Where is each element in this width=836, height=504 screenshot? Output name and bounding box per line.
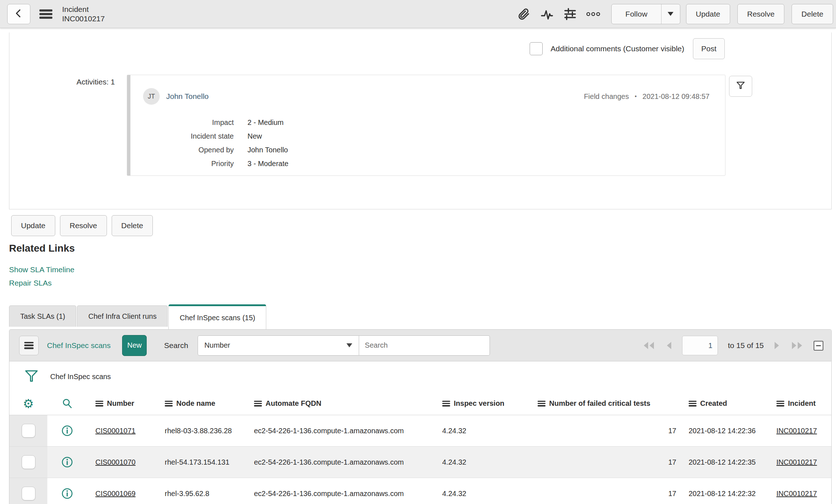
tab-task-slas[interactable]: Task SLAs (1) <box>9 305 76 327</box>
resolve-button[interactable]: Resolve <box>737 4 784 24</box>
created-cell: 2021-08-12 14:22:35 <box>679 447 769 478</box>
record-preview-button[interactable] <box>61 488 73 499</box>
inspec-version-cell: 4.24.32 <box>437 447 531 478</box>
header-bar: Incident INC0010217 <box>0 0 836 28</box>
incident-link[interactable]: INC0010217 <box>776 427 817 435</box>
personalize-form-icon[interactable] <box>563 7 577 21</box>
row-checkbox[interactable] <box>22 455 35 469</box>
more-options-icon[interactable] <box>586 7 600 21</box>
scan-number-link[interactable]: CIS0001070 <box>95 458 135 466</box>
resolve-button-bottom[interactable]: Resolve <box>60 215 107 236</box>
next-page-button[interactable] <box>774 341 780 350</box>
field-value: 3 - Moderate <box>247 157 288 170</box>
incident-link[interactable]: INC0010217 <box>776 490 817 498</box>
inspec-version-cell: 4.24.32 <box>437 415 531 446</box>
collapse-list-button[interactable] <box>814 341 823 351</box>
column-header-number[interactable]: Number <box>87 392 158 415</box>
activity-user-name[interactable]: John Tonello <box>166 92 209 101</box>
automate-fqdn-cell: ec2-54-226-1-136.compute-1.amazonaws.com <box>250 415 437 446</box>
first-page-button[interactable] <box>642 341 655 350</box>
header-record-actions: Update Resolve Delete <box>686 4 833 24</box>
pagination-range-label: to 15 of 15 <box>728 341 764 350</box>
column-header-failed-critical-tests[interactable]: Number of failed critical tests <box>531 392 679 415</box>
column-header-inspec-version[interactable]: Inspec version <box>437 392 531 415</box>
activity-type-label: Field changes <box>584 92 629 101</box>
breadcrumb: Chef InSpec scans <box>50 373 111 381</box>
chef-inspec-scans-list: Chef InSpec scans New Search Number to 1… <box>9 329 832 504</box>
record-preview-button[interactable] <box>61 425 73 436</box>
follow-button[interactable]: Follow <box>612 4 661 24</box>
back-chevron-icon <box>14 8 24 20</box>
previous-page-button[interactable] <box>665 341 672 350</box>
field-value: New <box>247 129 262 143</box>
new-record-button[interactable]: New <box>122 335 147 356</box>
column-header-label: Number <box>107 399 134 408</box>
scan-number-link[interactable]: CIS0001069 <box>95 490 135 498</box>
row-select-cell <box>9 415 47 446</box>
page-number-input[interactable] <box>682 336 718 355</box>
tab-chef-inspec-scans[interactable]: Chef InSpec scans (15) <box>168 304 266 329</box>
table-row: CIS0001069 rhel-3.95.62.8 ec2-54-226-1-1… <box>9 478 831 504</box>
customer-visible-checkbox[interactable] <box>530 42 543 55</box>
form-section: Additional comments (Customer visible) P… <box>9 32 832 209</box>
previous-page-icon <box>665 341 672 350</box>
activity-stream-icon[interactable] <box>540 7 554 21</box>
personalize-columns-button[interactable]: ⚙ <box>9 392 47 415</box>
field-label: Incident state <box>127 129 234 143</box>
column-header-label: Automate FQDN <box>266 399 321 408</box>
field-label: Opened by <box>127 143 234 157</box>
last-page-icon <box>790 341 803 350</box>
back-button[interactable] <box>7 4 30 24</box>
gear-icon: ⚙ <box>23 397 34 410</box>
column-header-created[interactable]: Created <box>679 392 769 415</box>
field-changes-list: Impact 2 - Medium Incident state New Ope… <box>127 116 288 170</box>
activities-count-label: Activities: 1 <box>9 78 115 86</box>
context-menu-icon[interactable] <box>39 9 52 19</box>
list-filter-button[interactable] <box>24 369 39 385</box>
search-field-select[interactable]: Number <box>198 335 359 356</box>
row-checkbox[interactable] <box>22 424 35 438</box>
related-lists-tabs: Task SLAs (1) Chef Infra Client runs Che… <box>9 304 267 329</box>
activity-filter-button[interactable] <box>729 76 752 97</box>
row-select-cell <box>9 447 47 478</box>
list-menu-button[interactable] <box>19 336 39 355</box>
list-title[interactable]: Chef InSpec scans <box>47 341 111 350</box>
failed-critical-tests-cell: 17 <box>531 447 679 478</box>
repair-slas-link[interactable]: Repair SLAs <box>9 276 75 290</box>
follow-dropdown-button[interactable] <box>661 4 680 24</box>
record-preview-button[interactable] <box>61 456 73 468</box>
column-search-toggle[interactable] <box>47 392 87 415</box>
column-header-label: Number of failed critical tests <box>549 399 650 408</box>
info-icon <box>61 488 73 499</box>
update-button[interactable]: Update <box>686 4 730 24</box>
tab-chef-infra-client-runs[interactable]: Chef Infra Client runs <box>77 305 168 327</box>
scan-number-link[interactable]: CIS0001071 <box>95 427 135 435</box>
post-button[interactable]: Post <box>693 38 725 59</box>
attachment-icon[interactable] <box>517 7 531 21</box>
column-header-incident[interactable]: Incident <box>769 392 831 415</box>
delete-button-bottom[interactable]: Delete <box>112 215 153 236</box>
column-header-node-name[interactable]: Node name <box>158 392 250 415</box>
search-input[interactable] <box>359 335 490 356</box>
automate-fqdn-cell: ec2-54-226-1-136.compute-1.amazonaws.com <box>250 447 437 478</box>
node-name-cell: rhel-54.173.154.131 <box>158 447 250 478</box>
column-header-label: Inspec version <box>454 399 504 408</box>
delete-button[interactable]: Delete <box>792 4 833 24</box>
follow-split-button: Follow <box>611 4 680 24</box>
show-sla-timeline-link[interactable]: Show SLA Timeline <box>9 263 75 276</box>
update-button-bottom[interactable]: Update <box>11 215 55 236</box>
first-page-icon <box>642 341 655 350</box>
list-breadcrumb-row: Chef InSpec scans <box>9 361 831 392</box>
activity-timestamp: 2021-08-12 09:48:57 <box>642 92 710 101</box>
additional-comments-row: Additional comments (Customer visible) P… <box>530 38 725 59</box>
incident-link[interactable]: INC0010217 <box>776 458 817 466</box>
created-cell: 2021-08-12 14:22:32 <box>679 478 769 504</box>
row-select-cell <box>9 478 47 504</box>
node-name-cell: rhel-3.95.62.8 <box>158 478 250 504</box>
last-page-button[interactable] <box>790 341 803 350</box>
list-toolbar: Chef InSpec scans New Search Number to 1… <box>9 330 831 361</box>
activity-meta: Field changes • 2021-08-12 09:48:57 <box>584 92 710 101</box>
row-checkbox[interactable] <box>22 487 35 500</box>
info-icon <box>61 456 73 468</box>
column-header-automate-fqdn[interactable]: Automate FQDN <box>250 392 437 415</box>
